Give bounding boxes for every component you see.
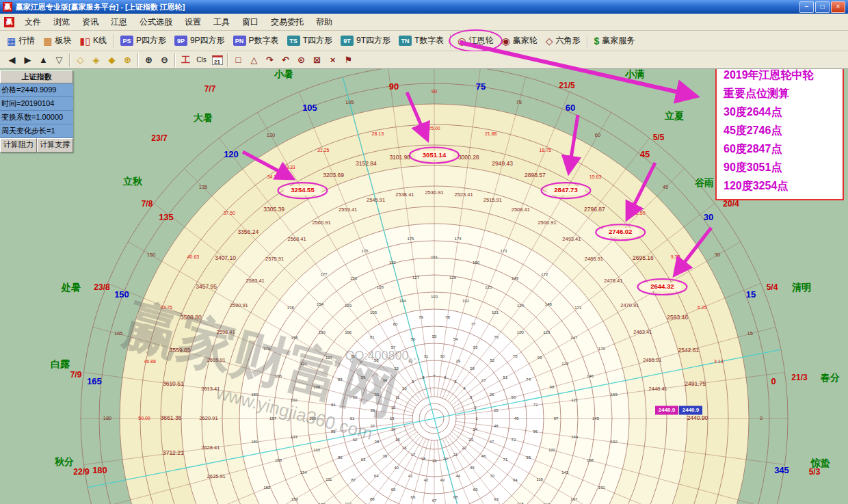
toolbar-button[interactable]: TNT数字表 [395,33,448,49]
toolbar-button[interactable]: ▩板块 [39,33,75,49]
spiral-number: 128 [377,285,384,289]
spiral-number: 171 [574,306,582,310]
minimize-button[interactable]: − [799,1,814,13]
date-label: 21/3 [791,373,808,382]
spiral-number: 17 [411,453,416,457]
degree-value: 45 [663,184,668,190]
toolbar-button[interactable]: ▦行情 [3,33,39,49]
angle-label: 90 [389,81,399,92]
filter-button[interactable]: ▽ [51,53,67,67]
spiral-number: 130 [319,330,326,334]
close-button[interactable]: × [831,1,845,13]
toolbar-button[interactable]: $赢家服务 [590,33,639,49]
diamond-filled-button[interactable]: ◆ [104,53,120,67]
menu-item[interactable]: 交易委托 [265,14,310,30]
solar-term-label: 谷雨 [694,177,714,188]
toolbar-button[interactable]: 9T9T四方形 [336,33,395,49]
calc-support-button[interactable]: 计算支撑 [37,138,74,152]
spiral-number: 16 [402,446,407,450]
spiral-number: 68 [453,495,458,499]
spiral-number: 124 [517,304,525,308]
wheel-price-value: 3305.39 [263,206,284,213]
toolbar-button[interactable]: ◇六角形 [542,33,585,49]
menu-item[interactable]: 设置 [178,14,207,30]
wheel-price-value: 2553.41 [339,207,357,213]
spiral-number: 78 [445,315,450,319]
menu-item[interactable]: 江恩 [105,14,133,30]
gann-wheel-canvas[interactable]: 1234567891011121314151617181920212223242… [0,69,848,504]
degree-value: 0 [760,415,763,421]
percent-value: 3.13 [714,359,724,364]
toolbar-button[interactable]: 9P9P四方形 [170,33,229,49]
spiral-number: 80 [393,322,398,326]
date-label: 5/3 [809,467,821,477]
menu-logo-icon: 赢 [4,17,14,27]
spiral-number: 147 [570,336,578,340]
up-button[interactable]: ▲ [36,53,51,67]
wheel-price-value: 2523.41 [455,191,473,198]
menu-item[interactable]: 窗口 [236,14,265,30]
spiral-number: 69 [473,488,478,492]
percent-value: 33.33 [283,165,295,170]
diamond-dot-button[interactable]: ◈ [88,53,104,67]
key-level-value: 2644.32 [650,282,674,290]
spiral-number: 71 [503,457,508,462]
triangle-tool-button[interactable]: △ [246,53,262,67]
drawing-toolbar: ◀▶▲▽◇◈◆⊕⊕⊖工Cls21□△↷↶⊙⊠×⚑ [0,51,848,69]
spiral-number: 44 [455,474,460,478]
clear-button[interactable]: Cls [194,53,209,67]
spiral-number: 153 [350,276,358,280]
toolbar-button[interactable]: PNP数字表 [229,33,283,49]
menu-item[interactable]: 工具 [207,14,236,30]
diamond-outline-button[interactable]: ◇ [72,53,88,67]
toolbar-button[interactable]: ◉赢家轮 [498,33,542,49]
wheel-price-value: 2448.41 [649,386,667,392]
toolbar-button[interactable]: TST四方形 [283,33,336,49]
toolbar-button[interactable]: ◎江恩轮 [453,33,497,49]
spiral-number: 103 [431,295,438,299]
toolbar-button[interactable]: PSP四方形 [116,33,170,49]
calendar-button[interactable]: 21 [209,53,225,67]
crosshair-button[interactable]: ⊕ [120,53,135,67]
wheel-price-value: 2542.61 [678,347,700,354]
menu-item[interactable]: 帮助 [310,14,339,30]
circle-tool-button[interactable]: ⊙ [293,53,309,67]
angle-label: 0 [771,376,776,386]
undo-button[interactable]: ↶ [278,53,293,67]
calc-resistance-button[interactable]: 计算阻力 [0,138,37,152]
spiral-number: 15 [395,438,400,442]
flag-tool-button[interactable]: ⚑ [341,53,356,67]
menu-item[interactable]: 浏览 [47,14,76,30]
degree-value: 135 [199,184,208,190]
info-row: 变换系数=1.00000 [0,111,73,124]
redo-button[interactable]: ↷ [262,53,278,67]
spiral-number: 98 [550,385,555,389]
menu-item[interactable]: 文件 [18,14,47,30]
erase-button[interactable]: × [325,53,341,67]
annotation-line: 120度3254点 [724,176,836,195]
candlestick-icon: ▮▯ [79,36,90,46]
rect-tool-button[interactable]: □ [230,53,246,67]
zoom-out-button[interactable]: ⊖ [157,53,172,67]
menu-item[interactable]: 公式选股 [133,14,178,30]
next-button[interactable]: ▶ [20,53,36,67]
solar-term-label: 春分 [820,372,840,383]
delete-box-button[interactable]: ⊠ [309,53,325,67]
wheel-price-value: 2695.16 [633,254,654,261]
spiral-number: 145 [592,416,600,421]
spiral-number: 77 [471,322,476,326]
wheel-price-value: 2470.91 [620,302,639,308]
wheel-price-value: 2796.87 [584,206,605,213]
key-level-value: 2746.02 [609,228,632,235]
gann-tool-button[interactable]: 工 [178,53,194,67]
zoom-in-button[interactable]: ⊕ [141,53,157,67]
toolbar-button[interactable]: ▮▯K线 [75,33,110,49]
maximize-button[interactable]: □ [815,1,830,13]
spiral-number: 45 [470,466,475,470]
wheel-price-value: 2898.57 [525,172,546,178]
spiral-number: 64 [374,474,379,478]
spiral-number: 104 [399,299,407,303]
wheel-price-value: 2455.91 [643,357,661,363]
menu-item[interactable]: 资讯 [76,14,105,30]
prev-button[interactable]: ◀ [4,53,20,67]
